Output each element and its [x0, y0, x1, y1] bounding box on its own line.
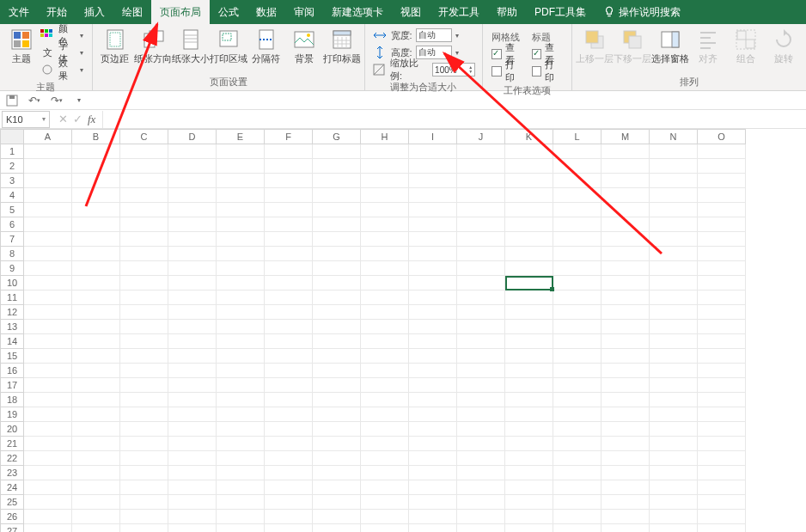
cell[interactable] [553, 290, 601, 305]
row-header[interactable]: 16 [0, 364, 24, 378]
cell[interactable] [265, 276, 313, 290]
cell[interactable] [698, 276, 746, 290]
cell[interactable] [168, 174, 217, 188]
cell[interactable] [72, 378, 120, 393]
fx-icon[interactable]: fx [88, 113, 95, 126]
cell[interactable] [698, 495, 746, 510]
cell[interactable] [505, 393, 553, 407]
undo-icon[interactable]: ↶▾ [27, 94, 41, 107]
cell[interactable] [265, 466, 313, 480]
cell[interactable] [698, 247, 746, 261]
cell[interactable] [24, 407, 72, 422]
row-header[interactable]: 2 [0, 159, 24, 174]
cell[interactable] [650, 378, 698, 393]
cell[interactable] [553, 261, 601, 276]
cell[interactable] [313, 451, 361, 466]
cell[interactable] [217, 232, 265, 247]
cell[interactable] [601, 524, 650, 532]
row-header[interactable]: 27 [0, 524, 24, 532]
cell[interactable] [217, 480, 265, 495]
row-header[interactable]: 1 [0, 144, 24, 159]
breaks-button[interactable]: 分隔符 [247, 26, 285, 66]
cell[interactable] [168, 407, 217, 422]
cell[interactable] [553, 480, 601, 495]
column-header[interactable]: A [24, 129, 72, 144]
cell[interactable] [24, 364, 72, 378]
tab-new-tab[interactable]: 新建选项卡 [323, 0, 392, 24]
cell[interactable] [409, 320, 457, 334]
cell[interactable] [120, 422, 168, 437]
cell[interactable] [698, 232, 746, 247]
tab-insert[interactable]: 插入 [76, 0, 113, 24]
cell[interactable] [217, 437, 265, 451]
cell[interactable] [457, 480, 505, 495]
cell[interactable] [553, 320, 601, 334]
cell[interactable] [313, 188, 361, 203]
cell[interactable] [361, 159, 409, 174]
cell[interactable] [361, 305, 409, 320]
cell[interactable] [698, 217, 746, 232]
row-header[interactable]: 4 [0, 188, 24, 203]
cell[interactable] [313, 393, 361, 407]
cell[interactable] [698, 407, 746, 422]
cell[interactable] [505, 334, 553, 349]
cell[interactable] [168, 217, 217, 232]
cell[interactable] [650, 144, 698, 159]
column-header[interactable]: E [217, 129, 265, 144]
cell[interactable] [601, 393, 650, 407]
cell[interactable] [24, 495, 72, 510]
cell[interactable] [553, 378, 601, 393]
cell[interactable] [698, 466, 746, 480]
cell[interactable] [168, 466, 217, 480]
cell[interactable] [265, 480, 313, 495]
cell[interactable] [24, 466, 72, 480]
cell[interactable] [217, 261, 265, 276]
print-area-button[interactable]: 打印区域 [210, 26, 247, 66]
cell[interactable] [409, 247, 457, 261]
cell[interactable] [650, 437, 698, 451]
cell[interactable] [505, 247, 553, 261]
row-header[interactable]: 23 [0, 466, 24, 480]
cell[interactable] [313, 290, 361, 305]
row-header[interactable]: 25 [0, 495, 24, 510]
cell[interactable] [168, 188, 217, 203]
cell[interactable] [120, 510, 168, 524]
cell[interactable] [24, 422, 72, 437]
scale-percent-field[interactable]: 100%▲▼ [432, 63, 475, 76]
cell[interactable] [650, 203, 698, 217]
cell[interactable] [409, 159, 457, 174]
cell[interactable] [457, 334, 505, 349]
cell[interactable] [601, 378, 650, 393]
row-header[interactable]: 17 [0, 378, 24, 393]
cell[interactable] [601, 495, 650, 510]
tab-developer[interactable]: 开发工具 [430, 0, 488, 24]
cell[interactable] [650, 217, 698, 232]
cell[interactable] [601, 232, 650, 247]
column-header[interactable]: C [120, 129, 168, 144]
cell[interactable] [168, 247, 217, 261]
active-cell[interactable] [505, 276, 553, 290]
row-header[interactable]: 19 [0, 407, 24, 422]
cell[interactable] [409, 305, 457, 320]
cell[interactable] [72, 276, 120, 290]
column-header[interactable]: H [361, 129, 409, 144]
row-header[interactable]: 21 [0, 437, 24, 451]
cell[interactable] [313, 495, 361, 510]
cell[interactable] [361, 378, 409, 393]
cell[interactable] [601, 364, 650, 378]
cell[interactable] [120, 451, 168, 466]
cell[interactable] [313, 422, 361, 437]
cell[interactable] [265, 422, 313, 437]
cell[interactable] [601, 349, 650, 364]
cell[interactable] [553, 174, 601, 188]
cell[interactable] [601, 305, 650, 320]
cell[interactable] [265, 320, 313, 334]
cell[interactable] [120, 320, 168, 334]
cell[interactable] [120, 393, 168, 407]
cell[interactable] [72, 217, 120, 232]
cell[interactable] [361, 320, 409, 334]
cell[interactable] [217, 144, 265, 159]
column-header[interactable]: B [72, 129, 120, 144]
cell[interactable] [120, 276, 168, 290]
cell[interactable] [265, 524, 313, 532]
